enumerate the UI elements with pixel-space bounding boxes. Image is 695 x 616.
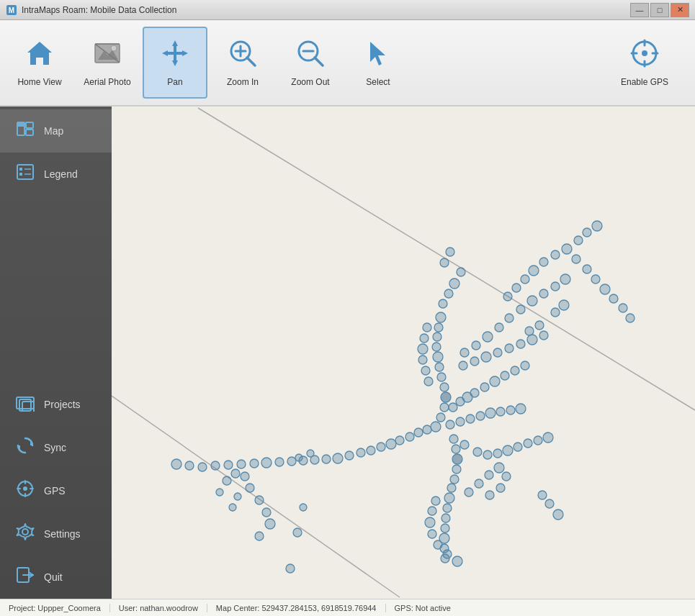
svg-point-149 xyxy=(441,524,449,533)
svg-point-126 xyxy=(529,266,539,276)
svg-point-142 xyxy=(452,454,462,464)
svg-point-90 xyxy=(437,373,446,381)
pan-button[interactable]: Pan xyxy=(143,27,207,99)
maximize-button[interactable]: □ xyxy=(650,3,669,17)
sidebar-sync-label: Sync xyxy=(44,442,66,453)
svg-point-110 xyxy=(516,340,525,348)
svg-rect-27 xyxy=(17,165,33,179)
svg-point-171 xyxy=(418,344,428,354)
map-area[interactable] xyxy=(112,107,695,599)
svg-point-188 xyxy=(428,530,436,538)
svg-point-187 xyxy=(425,517,435,527)
svg-point-85 xyxy=(431,422,441,432)
svg-point-59 xyxy=(275,458,284,466)
sidebar-item-legend[interactable]: Legend xyxy=(0,153,112,196)
svg-point-124 xyxy=(512,284,521,292)
svg-point-82 xyxy=(216,489,223,496)
svg-point-116 xyxy=(495,323,503,332)
svg-point-129 xyxy=(562,244,572,254)
legend-icon xyxy=(15,163,35,186)
aerial-photo-button[interactable]: Aerial Photo xyxy=(75,27,140,99)
svg-point-131 xyxy=(583,265,591,273)
sidebar-gps-label: GPS xyxy=(44,485,66,497)
svg-point-173 xyxy=(423,323,431,332)
svg-point-120 xyxy=(539,289,548,298)
home-view-button[interactable]: Home View xyxy=(7,27,72,99)
svg-text:M: M xyxy=(9,6,14,14)
svg-point-200 xyxy=(545,499,554,508)
svg-rect-30 xyxy=(19,173,22,176)
svg-point-66 xyxy=(357,448,365,457)
zoom-out-icon xyxy=(295,38,326,73)
sidebar-item-gps[interactable]: GPS xyxy=(0,469,112,512)
sidebar-item-projects[interactable]: Projects xyxy=(0,383,112,426)
svg-point-89 xyxy=(440,383,449,391)
svg-point-139 xyxy=(592,221,602,231)
svg-point-104 xyxy=(516,404,526,414)
map-icon xyxy=(15,119,35,142)
sidebar-projects-label: Projects xyxy=(44,399,81,410)
svg-point-196 xyxy=(286,564,295,573)
svg-point-67 xyxy=(367,446,375,455)
svg-point-134 xyxy=(609,294,618,303)
svg-point-107 xyxy=(481,352,491,362)
svg-point-84 xyxy=(229,504,236,511)
svg-point-184 xyxy=(485,491,494,499)
svg-point-95 xyxy=(434,323,443,332)
svg-point-205 xyxy=(446,248,454,256)
svg-marker-16 xyxy=(370,42,385,65)
zoom-in-button[interactable]: Zoom In xyxy=(210,27,275,99)
svg-rect-24 xyxy=(17,122,24,127)
enable-gps-button[interactable]: Enable GPS xyxy=(609,27,681,99)
sidebar-item-quit[interactable]: Quit xyxy=(0,556,112,599)
svg-point-147 xyxy=(443,504,452,512)
svg-point-115 xyxy=(483,332,493,342)
svg-point-87 xyxy=(440,403,449,412)
svg-point-143 xyxy=(452,465,461,474)
svg-point-77 xyxy=(262,508,271,517)
svg-point-52 xyxy=(185,461,194,470)
svg-point-105 xyxy=(459,361,467,370)
svg-point-79 xyxy=(255,532,264,540)
svg-rect-25 xyxy=(26,122,33,128)
svg-point-207 xyxy=(295,454,302,461)
gps-toolbar-icon xyxy=(629,38,660,73)
app-body: Home View Aerial Photo Pan xyxy=(0,20,695,616)
sidebar-item-sync[interactable]: Sync xyxy=(0,426,112,469)
select-button[interactable]: Select xyxy=(346,27,411,99)
sidebar-item-map[interactable]: Map xyxy=(0,109,112,153)
svg-point-194 xyxy=(551,308,560,317)
svg-point-154 xyxy=(483,450,492,459)
svg-point-121 xyxy=(551,282,560,291)
svg-point-58 xyxy=(261,458,272,468)
select-label: Select xyxy=(366,77,390,87)
map-svg xyxy=(112,107,695,599)
svg-rect-26 xyxy=(26,130,33,135)
svg-point-122 xyxy=(560,274,570,284)
svg-point-168 xyxy=(424,377,433,386)
svg-point-70 xyxy=(395,436,404,445)
svg-point-123 xyxy=(503,292,512,301)
sidebar-item-settings[interactable]: Settings xyxy=(0,512,112,556)
svg-point-114 xyxy=(472,341,480,350)
svg-point-141 xyxy=(452,445,460,453)
home-icon xyxy=(24,38,55,73)
gps-sidebar-icon xyxy=(15,479,35,502)
zoom-out-button[interactable]: Zoom Out xyxy=(278,27,343,99)
close-button[interactable]: ✕ xyxy=(671,3,689,17)
settings-icon xyxy=(15,522,35,545)
svg-point-119 xyxy=(527,296,537,306)
svg-point-74 xyxy=(241,472,249,481)
svg-point-98 xyxy=(456,417,465,426)
svg-point-186 xyxy=(428,507,436,515)
status-bar: Project: Uppper_Coomera User: nathan.woo… xyxy=(0,599,695,616)
svg-point-111 xyxy=(527,335,537,345)
svg-point-137 xyxy=(574,236,583,245)
quit-icon xyxy=(15,566,35,589)
minimize-button[interactable]: — xyxy=(630,3,649,17)
svg-point-158 xyxy=(524,439,532,448)
window-title: IntraMaps Roam: Mobile Data Collection xyxy=(22,5,630,15)
svg-point-64 xyxy=(333,453,343,463)
svg-point-38 xyxy=(23,486,27,491)
svg-point-172 xyxy=(420,334,429,343)
